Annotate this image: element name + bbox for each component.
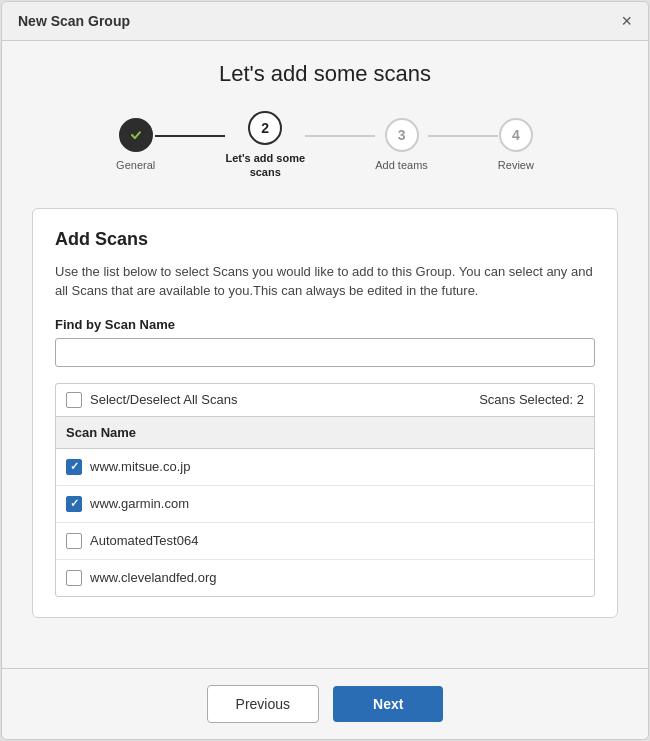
scan-name-1: www.garmin.com (90, 496, 189, 511)
modal-body: Let's add some scans General 2 Let' (2, 41, 648, 668)
select-all-label: Select/Deselect All Scans (90, 392, 237, 407)
scan-name-2: AutomatedTest064 (90, 533, 198, 548)
scan-checkbox-1[interactable] (66, 496, 82, 512)
scan-row: AutomatedTest064 (56, 523, 594, 560)
step-circle-general (119, 118, 153, 152)
scan-checkbox-2[interactable] (66, 533, 82, 549)
find-label: Find by Scan Name (55, 317, 595, 332)
add-scans-card: Add Scans Use the list below to select S… (32, 208, 618, 618)
step-connector-3 (428, 135, 498, 137)
svg-point-0 (128, 128, 142, 142)
modal-title: New Scan Group (18, 13, 130, 29)
step-general: General (116, 118, 155, 172)
scan-row: www.garmin.com (56, 486, 594, 523)
modal-header: New Scan Group × (2, 2, 648, 41)
select-all-left: Select/Deselect All Scans (66, 392, 237, 408)
scan-row: www.mitsue.co.jp (56, 449, 594, 486)
stepper: General 2 Let's add some scans 3 Add tea… (32, 111, 618, 180)
scan-checkbox-0[interactable] (66, 459, 82, 475)
step-connector-1 (155, 135, 225, 137)
scan-name-0: www.mitsue.co.jp (90, 459, 190, 474)
page-heading: Let's add some scans (219, 61, 431, 87)
select-all-checkbox[interactable] (66, 392, 82, 408)
step-circle-add-teams: 3 (385, 118, 419, 152)
scan-name-3: www.clevelandfed.org (90, 570, 216, 585)
step-label-add-teams: Add teams (375, 158, 428, 172)
scan-checkbox-3[interactable] (66, 570, 82, 586)
step-add-scans: 2 Let's add some scans (225, 111, 305, 180)
modal: New Scan Group × Let's add some scans Ge… (1, 1, 649, 740)
modal-footer: Previous Next (2, 668, 648, 739)
scans-selected-count: Scans Selected: 2 (479, 392, 584, 407)
search-input[interactable] (55, 338, 595, 367)
step-circle-review: 4 (499, 118, 533, 152)
scans-table: Select/Deselect All Scans Scans Selected… (55, 383, 595, 597)
step-review: 4 Review (498, 118, 534, 172)
step-connector-2 (305, 135, 375, 137)
select-all-row: Select/Deselect All Scans Scans Selected… (56, 384, 594, 417)
step-label-add-scans: Let's add some scans (225, 151, 305, 180)
step-add-teams: 3 Add teams (375, 118, 428, 172)
card-title: Add Scans (55, 229, 595, 250)
next-button[interactable]: Next (333, 686, 443, 722)
previous-button[interactable]: Previous (207, 685, 319, 723)
step-label-general: General (116, 158, 155, 172)
close-button[interactable]: × (621, 12, 632, 30)
column-header: Scan Name (56, 417, 594, 449)
step-label-review: Review (498, 158, 534, 172)
card-description: Use the list below to select Scans you w… (55, 262, 595, 301)
step-circle-add-scans: 2 (248, 111, 282, 145)
scan-row: www.clevelandfed.org (56, 560, 594, 596)
